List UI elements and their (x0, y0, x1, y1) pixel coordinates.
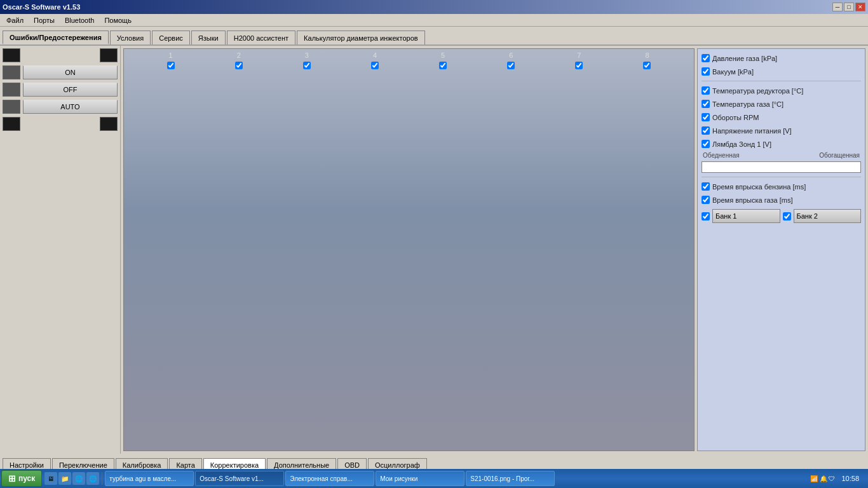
check-row-8: Время впрыска газа [ms] (702, 194, 861, 205)
color-row-1 (3, 48, 118, 62)
menu-item-Помощь[interactable]: Помощь (99, 15, 137, 25)
bank2-button[interactable]: Банк 2 (794, 209, 862, 223)
ql-icon-4[interactable]: 🌐 (86, 472, 99, 485)
check-8[interactable] (702, 196, 710, 204)
maximize-button[interactable]: □ (844, 3, 854, 11)
titlebar: Oscar-S Software v1.53 ─ □ ✕ (0, 0, 868, 14)
check-3[interactable] (702, 100, 710, 108)
check-row-6: Лямбда Зонд 1 [V] (702, 139, 861, 149)
top-tab-1[interactable]: Условия (110, 30, 151, 44)
check-label-0: Давление газа [kPa] (712, 55, 777, 62)
right-panel: Давление газа [kPa] Вакуум [kPa] Темпера… (697, 48, 865, 451)
left-panel: ON OFF AUTO (0, 46, 121, 454)
channel-checkbox-6[interactable] (507, 62, 515, 69)
auto-button[interactable]: AUTO (23, 100, 118, 114)
bank1-checkbox[interactable] (702, 212, 710, 220)
channel-col-8: 8 (643, 51, 651, 69)
color-box-off (3, 83, 20, 97)
check-label-3: Температура газа [°C] (712, 100, 783, 108)
divider-7 (702, 177, 861, 177)
color-box-on (3, 65, 20, 79)
quick-launch: 🖥 📁 🌐 🌐 (42, 472, 102, 485)
check-row-0: Давление газа [kPa] (702, 53, 861, 64)
menu-item-Порты[interactable]: Порты (29, 15, 60, 25)
check-label-1: Вакуум [kPa] (712, 68, 754, 76)
clock: 10:58 (837, 475, 863, 482)
check-row-4: Обороты RPM (702, 112, 861, 123)
channel-num-2: 2 (237, 51, 241, 59)
color-row-off: OFF (3, 83, 118, 97)
channel-checkbox-8[interactable] (643, 62, 651, 69)
check-label-4: Обороты RPM (712, 114, 759, 121)
bank1-label: Банк 1 (715, 212, 736, 220)
taskbar-item-3[interactable]: Мои рисунки (376, 471, 465, 486)
top-tab-4[interactable]: H2000 ассистент (227, 30, 295, 44)
check-0[interactable] (702, 54, 710, 62)
color-box-dark-1 (3, 48, 20, 62)
close-button[interactable]: ✕ (855, 3, 865, 11)
check-4[interactable] (702, 113, 710, 121)
taskbar-item-4[interactable]: S21-0016.png - Прог... (466, 471, 555, 486)
start-button[interactable]: ⊞ пуск (1, 470, 42, 487)
channel-checkbox-4[interactable] (371, 62, 379, 69)
check-row-5: Напряжение питания [V] (702, 125, 861, 136)
top-tab-0[interactable]: Ошибки/Предостережения (3, 30, 109, 44)
color-box-bottom-left (3, 117, 20, 131)
channel-col-1: 1 (167, 51, 175, 69)
channel-checkbox-5[interactable] (439, 62, 447, 69)
top-tabs-bar: Ошибки/ПредостереженияУсловияСервисЯзыки… (0, 27, 868, 46)
channel-num-3: 3 (305, 51, 309, 59)
top-tab-2[interactable]: Сервис (152, 30, 190, 44)
titlebar-title: Oscar-S Software v1.53 (3, 3, 80, 11)
channel-checkbox-7[interactable] (575, 62, 583, 69)
check-label-6: Лямбда Зонд 1 [V] (712, 140, 771, 148)
channel-num-4: 4 (373, 51, 377, 59)
check-6[interactable] (702, 140, 710, 148)
channel-checkbox-1[interactable] (167, 62, 175, 69)
check-label-5: Напряжение питания [V] (712, 127, 792, 135)
minimize-button[interactable]: ─ (832, 3, 843, 11)
ql-icon-3[interactable]: 🌐 (72, 472, 85, 485)
lambda-input[interactable] (702, 161, 861, 173)
check-row-3: Температура газа [°C] (702, 98, 861, 109)
check-label-7: Время впрыска бензина [ms] (712, 183, 806, 191)
main-content: ON OFF AUTO 1 2 3 4 5 6 (0, 46, 868, 454)
check-7[interactable] (702, 182, 710, 191)
channel-checkbox-3[interactable] (303, 62, 311, 69)
taskbar-item-2[interactable]: Электронная справ... (285, 471, 374, 486)
top-tab-5[interactable]: Калькулятор диаметра инжекторов (297, 30, 425, 44)
lambda-lean-label: Обедненная (703, 152, 740, 159)
channel-col-4: 4 (371, 51, 379, 69)
titlebar-controls: ─ □ ✕ (832, 3, 865, 11)
taskbar-item-1[interactable]: Oscar-S Software v1... (195, 471, 284, 486)
off-button[interactable]: OFF (23, 83, 118, 97)
taskbar-item-0[interactable]: турбина agu в масле... (105, 471, 194, 486)
check-2[interactable] (702, 86, 710, 95)
color-row-bottom (3, 117, 118, 131)
start-label: пуск (18, 474, 35, 483)
bank2-checkbox[interactable] (783, 212, 791, 220)
color-box-bottom-right (100, 117, 118, 131)
taskbar: ⊞ пуск 🖥 📁 🌐 🌐 турбина agu в масле...Osc… (0, 469, 868, 488)
channel-col-2: 2 (235, 51, 243, 69)
channel-num-8: 8 (645, 51, 649, 59)
bank1-button[interactable]: Банк 1 (712, 209, 780, 223)
color-row-on: ON (3, 65, 118, 79)
check-1[interactable] (702, 67, 710, 76)
on-button[interactable]: ON (23, 65, 118, 79)
channel-num-5: 5 (441, 51, 445, 59)
ql-icon-1[interactable]: 🖥 (44, 472, 57, 485)
channel-col-6: 6 (507, 51, 515, 69)
menu-item-Bluetooth[interactable]: Bluetooth (60, 15, 99, 25)
color-row-auto: AUTO (3, 100, 118, 114)
check-row-1: Вакуум [kPa] (702, 66, 861, 77)
menu-item-Файл[interactable]: Файл (1, 15, 29, 25)
channel-checkbox-2[interactable] (235, 62, 243, 69)
channel-num-6: 6 (509, 51, 513, 59)
top-tab-3[interactable]: Языки (191, 30, 226, 44)
color-box-dark-2 (100, 48, 118, 62)
taskbar-right: 📶 🔔 🛡 10:58 (806, 475, 867, 482)
ql-icon-2[interactable]: 📁 (58, 472, 71, 485)
channel-col-5: 5 (439, 51, 447, 69)
check-5[interactable] (702, 126, 710, 135)
